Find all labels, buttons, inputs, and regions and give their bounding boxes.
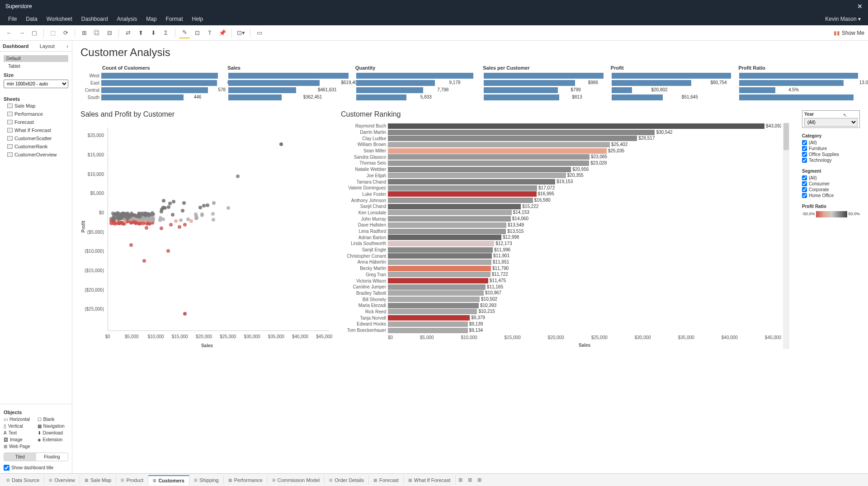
ranking-row[interactable]: Darrin Martin$30,542 xyxy=(341,129,781,136)
object-vertical[interactable]: ▯Vertical xyxy=(4,424,35,429)
highlight-icon[interactable]: ✎ xyxy=(179,28,190,38)
show-title-check[interactable]: Show dashboard title xyxy=(4,465,68,471)
ranking-row[interactable]: Greg Tran$11,722 xyxy=(341,272,781,278)
ranking-row[interactable]: John Murray$14,060 xyxy=(341,216,781,222)
sheet-forecast[interactable]: Forecast xyxy=(4,118,68,126)
scatter-point[interactable] xyxy=(145,226,148,230)
object-download[interactable]: ⬇Download xyxy=(38,430,69,435)
tab-layout[interactable]: Layout xyxy=(32,41,63,51)
scatter-point[interactable] xyxy=(171,213,175,217)
scatter-point[interactable] xyxy=(178,225,181,229)
user-menu[interactable]: Kevin Mason ▾ xyxy=(825,16,864,22)
category-check-technology[interactable]: Technology xyxy=(802,157,860,163)
scatter-point[interactable] xyxy=(168,202,172,205)
new-story-icon[interactable]: ⊞ xyxy=(475,475,484,485)
scatter-point[interactable] xyxy=(161,217,165,221)
scatter-point[interactable] xyxy=(111,219,115,222)
save-icon[interactable]: ▢ xyxy=(29,28,40,38)
sheet-customeroverview[interactable]: CustomerOverview xyxy=(4,151,68,159)
menu-worksheet[interactable]: Worksheet xyxy=(42,14,77,24)
scatter-point[interactable] xyxy=(129,221,133,225)
ranking-row[interactable]: Sanjit Engle$11,996 xyxy=(341,247,781,253)
presentation-icon[interactable]: ▭ xyxy=(254,28,265,38)
fix-icon[interactable]: 📌 xyxy=(217,28,228,38)
ranking-row[interactable]: Becky Martin$11,790 xyxy=(341,265,781,272)
scatter-point[interactable] xyxy=(169,223,173,226)
device-tablet[interactable]: Tablet xyxy=(4,63,68,70)
scatter-chart[interactable]: Profit $20,000$15,000$10,000$5,000$0($5,… xyxy=(80,123,334,349)
forward-icon[interactable]: → xyxy=(16,28,27,38)
totals-icon[interactable]: Σ xyxy=(160,28,171,38)
menu-map[interactable]: Map xyxy=(142,14,161,24)
menu-format[interactable]: Format xyxy=(161,14,188,24)
kpi-quantity[interactable]: Quantity13,6179,1787,7985,833 xyxy=(354,65,477,101)
object-horizontal[interactable]: ▭Horizontal xyxy=(4,417,35,422)
scatter-point[interactable] xyxy=(211,212,215,216)
scatter-point[interactable] xyxy=(183,312,187,316)
new-sheet-icon[interactable]: ⊞ xyxy=(79,28,90,38)
ranking-row[interactable]: Dave Hallsten$13,549 xyxy=(341,222,781,228)
scatter-point[interactable] xyxy=(202,204,206,208)
scatter-point[interactable] xyxy=(179,218,183,222)
scatter-point[interactable] xyxy=(160,226,163,230)
ranking-row[interactable]: Valerie Dominguez$17,072 xyxy=(341,185,781,191)
segment-check-corporate[interactable]: Corporate xyxy=(802,187,860,193)
scatter-point[interactable] xyxy=(114,212,118,216)
ranking-row[interactable]: Anthony Johnson$16,580 xyxy=(341,197,781,203)
tiled-toggle[interactable]: Tiled xyxy=(4,453,36,461)
ranking-row[interactable]: Bradley Talbott$10,967 xyxy=(341,290,781,297)
ranking-row[interactable]: Sanjit Chand$15,222 xyxy=(341,203,781,210)
scrollbar-thumb[interactable] xyxy=(783,123,789,150)
scatter-point[interactable] xyxy=(161,206,165,209)
segment-check-all[interactable]: (All) xyxy=(802,175,860,181)
scatter-point[interactable] xyxy=(142,259,146,263)
category-check-all[interactable]: (All) xyxy=(802,140,860,146)
ranking-row[interactable]: William Brown$25,402 xyxy=(341,142,781,148)
year-filter[interactable]: Year (All) ↖ xyxy=(802,110,860,128)
new-data-icon[interactable]: ⬚ xyxy=(47,28,58,38)
scatter-point[interactable] xyxy=(181,209,184,212)
scatter-point[interactable] xyxy=(206,203,209,207)
clear-icon[interactable]: ⊟ xyxy=(104,28,115,38)
scatter-point[interactable] xyxy=(194,214,198,218)
ranking-row[interactable]: Linda Southworth$12,173 xyxy=(341,241,781,247)
scatter-point[interactable] xyxy=(200,212,204,216)
wstab-overview[interactable]: ⊞Overview xyxy=(44,476,80,485)
new-sheet-icon[interactable]: ⊞ xyxy=(456,475,465,485)
ranking-row[interactable]: Bill Shonely$10,502 xyxy=(341,296,781,302)
object-image[interactable]: 🖼Image xyxy=(4,437,35,442)
scatter-point[interactable] xyxy=(212,218,215,222)
kpi-profit-ratio[interactable]: Profit Ratio14.8%13.0%4.5%14.2% xyxy=(737,65,860,101)
segment-check-home-office[interactable]: Home Office xyxy=(802,193,860,198)
scatter-point[interactable] xyxy=(146,222,149,226)
duplicate-icon[interactable]: ⿻ xyxy=(91,28,102,38)
scatter-point[interactable] xyxy=(226,206,230,210)
ranking-row[interactable]: Adrian Barton$12,998 xyxy=(341,234,781,241)
wstab-product[interactable]: ⊞Product xyxy=(116,476,148,485)
scatter-point[interactable] xyxy=(167,205,170,209)
fit-icon[interactable]: ⊡▾ xyxy=(236,28,246,38)
refresh-icon[interactable]: ⟳ xyxy=(60,28,71,38)
ranking-row[interactable]: Lena Radford$13,515 xyxy=(341,228,781,235)
scatter-point[interactable] xyxy=(212,201,216,205)
ranking-row[interactable]: Tamara Chand$19,153 xyxy=(341,179,781,185)
size-select[interactable]: min 1000x620 - auto xyxy=(4,80,68,88)
sheet-sale-map[interactable]: Sale Map xyxy=(4,102,68,110)
scatter-point[interactable] xyxy=(158,218,162,222)
object-web-page[interactable]: ⊞Web Page xyxy=(4,444,35,449)
wstab-customers[interactable]: ⊞Customers xyxy=(148,475,189,485)
scatter-point[interactable] xyxy=(186,217,190,221)
scatter-point[interactable] xyxy=(129,243,133,247)
ranking-row[interactable]: Edward Hooks$9,139 xyxy=(341,321,781,327)
ranking-row[interactable]: Tom Boeckenhauer$9,134 xyxy=(341,327,781,334)
wstab-what-if-forecast[interactable]: ▦What If Forecast xyxy=(404,476,456,485)
year-select[interactable]: (All) xyxy=(804,118,858,127)
sheet-performance[interactable]: Performance xyxy=(4,110,68,118)
ranking-row[interactable]: Sean Miller$25,035 xyxy=(341,148,781,154)
swap-icon[interactable]: ⇄ xyxy=(123,28,133,38)
scatter-point[interactable] xyxy=(123,212,126,216)
menu-file[interactable]: File xyxy=(4,14,21,24)
wstab-performance[interactable]: ▦Performance xyxy=(224,476,268,485)
scatter-point[interactable] xyxy=(198,206,202,209)
scatter-point[interactable] xyxy=(236,175,240,178)
